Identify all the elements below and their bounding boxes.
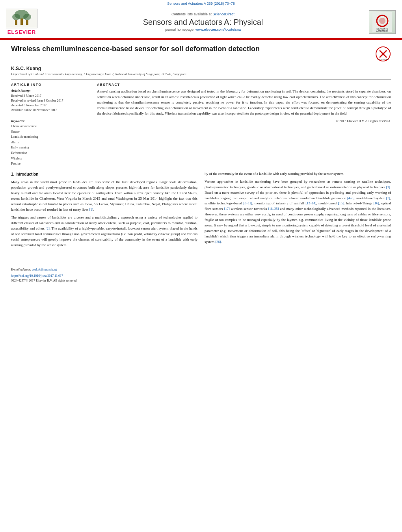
keyword-1: Chemiluminescence: [11, 124, 90, 129]
keyword-5: Early warning: [11, 145, 90, 150]
homepage-link[interactable]: www.elsevier.com/locate/sna: [195, 28, 241, 32]
keywords-block: Keywords: Chemiluminescence Sensor Lands…: [11, 119, 90, 167]
main-content-section: 1. Introduction Many areas in the world …: [11, 171, 391, 284]
ref-1: [1]: [89, 208, 93, 211]
intro-section-label: Introduction: [15, 172, 38, 176]
doi-row: https://doi.org/10.1016/j.sna.2017.11.01…: [11, 274, 197, 278]
ref-12-14: [12–14]: [305, 201, 316, 205]
journal-reference-bar: Sensors and Actuators A 269 (2018) 70–78: [0, 0, 402, 6]
sciencedirect-link[interactable]: ScienceDirect: [213, 12, 235, 16]
svg-rect-5: [15, 20, 17, 25]
abstract-copyright: © 2017 Elsevier B.V. All rights reserved…: [97, 119, 391, 123]
keyword-8: Passive: [11, 161, 90, 167]
contents-link: Contents lists available at ScienceDirec…: [43, 12, 363, 16]
journal-meta-row: ELSEVIER Contents lists available at Sci…: [0, 6, 402, 37]
elsevier-logo: ELSEVIER: [4, 9, 39, 35]
article-footer: E-mail address: ceeksk@nus.edu.sg https:…: [11, 264, 197, 284]
journal-center-info: Contents lists available at ScienceDirec…: [43, 12, 363, 32]
article-received: Received 2 March 2017: [11, 94, 90, 98]
sa-logo-box: SENSORS ACTUATORS: [369, 10, 396, 34]
svg-point-2: [12, 14, 20, 20]
svg-point-9: [379, 18, 385, 24]
journal-ref: Sensors and Actuators A 269 (2018) 70–78: [167, 2, 235, 6]
highlighted-this-being: this being: [279, 229, 294, 233]
ref-4-6: [4–6]: [347, 196, 354, 200]
intro-paragraph-2: The triggers and causes of landslides ar…: [11, 215, 197, 248]
ref-26: [26]: [215, 240, 221, 244]
ref-2: [2]: [46, 226, 50, 230]
email-link[interactable]: ceeksk@nus.edu.sg: [32, 268, 57, 271]
main-col-left: 1. Introduction Many areas in the world …: [11, 171, 197, 284]
ref-3: [3]: [386, 185, 390, 189]
ref-16: [16]: [374, 201, 379, 205]
author-affiliation: Department of Civil and Environmental En…: [11, 72, 391, 76]
ref-18-25: [18–25]: [268, 207, 279, 211]
keyword-7: Wireless: [11, 156, 90, 161]
doi-link[interactable]: https://doi.org/10.1016/j.sna.2017.11.01…: [11, 274, 63, 278]
elsevier-text: ELSEVIER: [7, 29, 36, 35]
email-label: E-mail address:: [11, 268, 32, 271]
elsevier-tree-svg: [6, 9, 37, 28]
article-accepted: Accepted 6 November 2017: [11, 103, 90, 108]
abstract-text: A novel sensing application based on che…: [97, 89, 391, 117]
issn-row: 0924-4247/© 2017 Elsevier B.V. All right…: [11, 278, 197, 283]
keyword-3: Landslide monitoring: [11, 134, 90, 140]
author-name: K.S.C. Kuang: [11, 66, 391, 71]
intro-paragraph-4: Various approaches in landslide monitori…: [205, 179, 391, 245]
svg-rect-6: [26, 20, 28, 25]
journal-header: Sensors and Actuators A 269 (2018) 70–78…: [0, 0, 402, 39]
svg-text:ACTUATORS: ACTUATORS: [376, 30, 389, 32]
keywords-list: Chemiluminescence Sensor Landslide monit…: [11, 124, 90, 167]
intro-paragraph-3: ity of the community in the event of a l…: [205, 171, 391, 177]
abstract-column: ABSTRACT A novel sensing application bas…: [97, 83, 391, 167]
svg-rect-4: [20, 19, 23, 25]
footer-area: E-mail address: ceeksk@nus.edu.sg https:…: [11, 264, 197, 284]
email-row: E-mail address: ceeksk@nus.edu.sg: [11, 267, 197, 272]
article-history-label: Article history:: [11, 89, 90, 93]
ref-7: [7]: [386, 196, 390, 200]
keyword-6: Deformation: [11, 150, 90, 156]
keywords-label: Keywords:: [11, 119, 90, 123]
ref-17: [17]: [224, 207, 230, 211]
crossmark-svg: CrossMark: [375, 46, 391, 62]
highlighted-that: that: [118, 100, 124, 104]
keyword-4: Alarm: [11, 140, 90, 145]
article-info-header: ARTICLE INFO: [11, 83, 90, 87]
intro-paragraph-1: Many areas in the world most prone to la…: [11, 180, 197, 213]
sa-logo-svg: SENSORS ACTUATORS: [372, 12, 392, 32]
article-history-block: Article history: Received 2 March 2017 R…: [11, 89, 90, 116]
main-col-right: ity of the community in the event of a l…: [205, 171, 391, 284]
abstract-header: ABSTRACT: [97, 83, 391, 87]
article-info-column: ARTICLE INFO Article history: Received 2…: [11, 83, 90, 167]
ref-15: [15]: [338, 201, 344, 205]
intro-section-number: 1.: [11, 172, 14, 176]
keyword-2: Sensor: [11, 129, 90, 135]
ref-8-11: [8–11]: [244, 201, 252, 205]
article-info-abstract-section: ARTICLE INFO Article history: Received 2…: [11, 79, 391, 167]
svg-point-3: [23, 14, 31, 20]
intro-section-title: 1. Introduction: [11, 171, 197, 178]
article-title-row: Wireless chemiluminescence-based sensor …: [11, 44, 391, 63]
article-available: Available online 10 November 2017: [11, 108, 90, 113]
journal-title: Sensors and Actuators A: Physical: [43, 18, 363, 27]
elsevier-logo-image: [6, 9, 37, 28]
journal-homepage: journal homepage: www.elsevier.com/locat…: [43, 28, 363, 32]
journal-logo-right: SENSORS ACTUATORS: [367, 10, 398, 34]
article-title: Wireless chemiluminescence-based sensor …: [11, 44, 260, 54]
crossmark-icon[interactable]: CrossMark: [375, 46, 391, 62]
svg-text:CrossMark: CrossMark: [377, 58, 389, 61]
article-area: Wireless chemiluminescence-based sensor …: [0, 40, 402, 288]
article-revised: Received in revised form 3 October 2017: [11, 98, 90, 103]
